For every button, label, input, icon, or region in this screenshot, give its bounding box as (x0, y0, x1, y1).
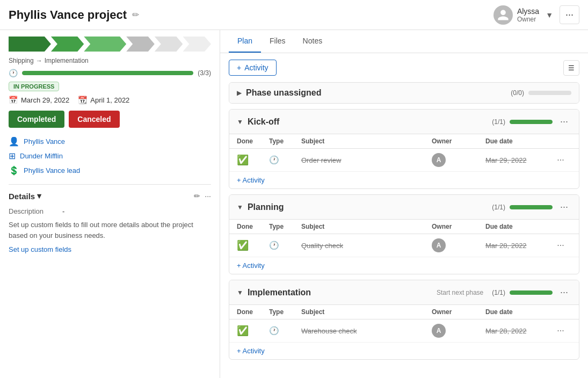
kickoff-add-activity-row: + Activity (229, 172, 579, 188)
planning-add-activity-button[interactable]: + Activity (237, 261, 265, 270)
phase-unassigned-count: (0/0) (511, 89, 524, 97)
phase-implementation-fill (510, 290, 553, 295)
plus-icon: + (237, 63, 241, 72)
plan-content: + Activity ☰ ▶ Phase unassigned (0/0) (220, 53, 588, 372)
status-row: IN PROGRESS (9, 82, 211, 91)
phase-unassigned-name: Phase unassigned (246, 88, 506, 98)
assignee-label: Dunder Mifflin (20, 152, 63, 160)
tab-files[interactable]: Files (261, 30, 294, 53)
breadcrumb-part1[interactable]: Shipping (9, 57, 34, 64)
completed-button[interactable]: Completed (9, 111, 64, 128)
end-date-value: April 1, 2022 (90, 96, 129, 104)
top-bar: + Activity ☰ (229, 60, 579, 76)
progress-bar (22, 71, 193, 75)
type-clock-icon: 🕐 (269, 155, 301, 165)
assignee-lead[interactable]: 💲 Phyllis Vance lead (9, 165, 211, 176)
header-right: Alyssa Owner ▼ ··· (493, 5, 579, 25)
phase-planning-count: (1/1) (492, 203, 505, 211)
add-activity-label: Activity (244, 63, 268, 72)
phase-planning: ▼ Planning (1/1) ··· Done Type Subject O… (229, 194, 579, 274)
owner-col-header: Owner (432, 308, 485, 316)
breadcrumb-arrow: → (36, 57, 42, 64)
done-check-icon[interactable]: ✅ (237, 325, 269, 337)
start-next-phase-label[interactable]: Start next phase (437, 289, 483, 296)
phase-kickoff-header[interactable]: ▼ Kick-off (1/1) ··· (229, 110, 579, 134)
kickoff-add-activity-button[interactable]: + Activity (237, 176, 265, 184)
implementation-add-activity-button[interactable]: + Activity (237, 347, 265, 355)
due-date-col-header: Due date (485, 223, 550, 230)
canceled-button[interactable]: Canceled (69, 111, 119, 128)
main-layout: Shipping → Implementation 🕐 (3/3) IN PRO… (0, 30, 588, 378)
assignee-label: Phyllis Vance lead (24, 166, 80, 175)
details-title[interactable]: Details ▾ (9, 191, 41, 201)
tabs: Plan Files Notes (220, 30, 588, 53)
edit-title-icon[interactable]: ✏ (132, 10, 139, 20)
chevron-down-icon: ▼ (237, 203, 243, 211)
phase-kickoff-bar (510, 120, 553, 124)
phase-planning-header[interactable]: ▼ Planning (1/1) ··· (229, 195, 579, 219)
done-col-header: Done (237, 137, 269, 145)
phase-implementation-more-button[interactable]: ··· (557, 286, 571, 299)
phase-planning-progress: (1/1) (492, 203, 553, 211)
actions-col-header (550, 137, 571, 145)
header: Phyllis Vance project ✏ Alyssa Owner ▼ ·… (0, 0, 588, 30)
details-more-button[interactable]: ··· (205, 192, 211, 200)
add-activity-button[interactable]: + Activity (229, 60, 277, 76)
done-col-header: Done (237, 308, 269, 316)
assignee-list: 👤 Phyllis Vance ⊞ Dunder Mifflin 💲 Phyll… (9, 136, 211, 176)
type-col-header: Type (269, 308, 301, 316)
pipeline-seg-1 (9, 37, 51, 52)
activity-more-button[interactable]: ··· (550, 326, 571, 336)
view-toggle-button[interactable]: ☰ (563, 60, 579, 76)
user-dropdown-button[interactable]: ▼ (543, 9, 555, 21)
type-col-header: Type (269, 137, 301, 145)
content-area: Plan Files Notes + Activity ☰ ▶ Phase un… (220, 30, 588, 378)
phase-implementation-bar (510, 290, 553, 295)
header-left: Phyllis Vance project ✏ (9, 8, 139, 22)
done-check-icon[interactable]: ✅ (237, 239, 269, 251)
assignee-phyllis-vance[interactable]: 👤 Phyllis Vance (9, 136, 211, 147)
activity-more-button[interactable]: ··· (550, 155, 571, 165)
pipeline-seg-6 (183, 37, 211, 52)
phase-implementation-count: (1/1) (492, 289, 505, 296)
type-col-header: Type (269, 223, 301, 230)
kickoff-table-header: Done Type Subject Owner Due date (229, 134, 579, 149)
phase-unassigned-header[interactable]: ▶ Phase unassigned (0/0) (229, 83, 579, 103)
phase-planning-more-button[interactable]: ··· (557, 200, 571, 214)
details-edit-button[interactable]: ✏ (194, 192, 200, 200)
header-more-button[interactable]: ··· (560, 5, 579, 24)
start-date: 📅 March 29, 2022 (9, 96, 69, 104)
action-buttons: Completed Canceled (9, 111, 211, 128)
due-date-value: Mar 28, 2022 (485, 242, 550, 250)
done-check-icon[interactable]: ✅ (237, 154, 269, 166)
progress-bar-fill (22, 71, 193, 75)
description-label: Description (9, 207, 62, 215)
user-name: Alyssa (517, 7, 539, 16)
person-icon: 👤 (9, 136, 19, 147)
due-date-col-header: Due date (485, 308, 550, 316)
chevron-down-icon: ▼ (237, 289, 243, 296)
assignee-dunder-mifflin[interactable]: ⊞ Dunder Mifflin (9, 151, 211, 161)
phase-kickoff-more-button[interactable]: ··· (557, 115, 571, 128)
description-value: - (62, 207, 64, 215)
phase-implementation-header[interactable]: ▼ Implementation Start next phase (1/1) … (229, 280, 579, 304)
clock-icon: 🕐 (9, 69, 18, 77)
activity-subject: Warehouse check (301, 327, 432, 335)
details-section: Details ▾ ✏ ··· Description - Set up cus… (9, 184, 211, 253)
breadcrumb-part2[interactable]: Implementation (45, 57, 89, 64)
avatar (493, 5, 513, 25)
phase-implementation: ▼ Implementation Start next phase (1/1) … (229, 280, 579, 360)
tab-notes[interactable]: Notes (294, 30, 331, 53)
subject-col-header: Subject (301, 308, 432, 316)
activity-more-button[interactable]: ··· (550, 241, 571, 250)
planning-add-activity-row: + Activity (229, 257, 579, 274)
done-col-header: Done (237, 223, 269, 230)
description-row: Description - (9, 207, 211, 215)
pipeline-seg-5 (155, 37, 183, 52)
tab-plan[interactable]: Plan (229, 30, 261, 53)
start-date-value: March 29, 2022 (21, 96, 69, 104)
assignee-label: Phyllis Vance (24, 137, 65, 146)
subject-col-header: Subject (301, 137, 432, 145)
setup-link[interactable]: Set up custom fields (9, 245, 71, 253)
user-info: Alyssa Owner (517, 7, 539, 23)
